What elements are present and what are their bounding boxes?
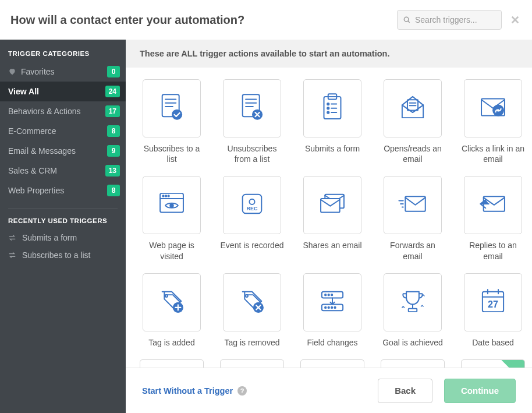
svg-text:REC: REC (246, 206, 258, 211)
svg-line-1 (408, 21, 410, 23)
trigger-tile[interactable] (143, 79, 201, 137)
trigger-tile[interactable] (143, 273, 201, 331)
partial-trigger-tile[interactable] (220, 359, 284, 368)
envelope-forward-icon (396, 187, 430, 223)
trigger-tile[interactable] (303, 79, 361, 137)
trigger-tile[interactable] (223, 79, 281, 137)
trigger-tag-removed[interactable]: Tag is removed (220, 273, 284, 348)
heart-icon (8, 68, 16, 76)
sidebar-divider (8, 209, 118, 209)
partial-trigger-tile[interactable] (140, 359, 204, 368)
trigger-replies-email[interactable]: Replies to an email (461, 176, 525, 261)
svg-point-53 (328, 306, 329, 308)
start-without-label: Start Without a Trigger (142, 386, 233, 396)
trigger-subscribes[interactable]: Subscribes to a list (140, 79, 204, 164)
trigger-tile[interactable] (384, 273, 442, 331)
svg-point-32 (170, 204, 173, 207)
trigger-goal-achieved[interactable]: Goal is achieved (381, 273, 445, 348)
svg-point-52 (325, 306, 326, 308)
trigger-label: Date based (472, 337, 514, 348)
document-check-icon (155, 90, 189, 126)
trigger-label: Subscribes to a list (140, 143, 204, 164)
trigger-forwards-email[interactable]: Forwards an email (381, 176, 445, 261)
partial-trigger-tile[interactable] (300, 359, 364, 368)
svg-point-48 (325, 294, 326, 295)
sidebar-item-sales[interactable]: Sales & CRM 13 (0, 161, 126, 181)
trigger-grid: Subscribes to a list Unsubscribes from a… (140, 79, 525, 348)
sidebar: TRIGGER CATEGORIES Favorites 0 View All … (0, 40, 126, 413)
trigger-tile[interactable] (464, 176, 522, 234)
sidebar-item-behaviors[interactable]: Behaviors & Actions 17 (0, 101, 126, 121)
sidebar-item-email[interactable]: Email & Messages 9 (0, 141, 126, 161)
trigger-label: Replies to an email (461, 240, 525, 261)
trigger-label: Field changes (307, 337, 357, 348)
modal-title: How will a contact enter your automation… (10, 13, 244, 27)
trigger-opens-email[interactable]: Opens/reads an email (381, 79, 445, 164)
sidebar-item-label: E-Commerce (8, 126, 56, 136)
back-button[interactable]: Back (378, 379, 432, 403)
continue-button[interactable]: Continue (444, 379, 516, 403)
trigger-scroll: Subscribes to a list Unsubscribes from a… (126, 68, 532, 368)
envelope-reply-icon (476, 187, 510, 223)
swap-icon (8, 234, 16, 242)
trigger-field-changes[interactable]: Field changes (300, 273, 364, 348)
trigger-shares-email[interactable]: Shares an email (300, 176, 364, 261)
envelope-stack-icon (315, 187, 349, 223)
trigger-label: Goal is achieved (382, 337, 443, 348)
search-wrapper (397, 10, 502, 30)
help-icon[interactable]: ? (237, 386, 247, 396)
recent-item[interactable]: Subscribes to a list (0, 246, 126, 264)
trigger-date-based[interactable]: 27 Date based (461, 273, 525, 348)
trigger-tile[interactable] (384, 176, 442, 234)
start-without-trigger-link[interactable]: Start Without a Trigger ? (142, 386, 247, 396)
sidebar-item-ecommerce[interactable]: E-Commerce 8 (0, 121, 126, 141)
trigger-tile[interactable]: REC (223, 176, 281, 234)
svg-point-49 (328, 294, 329, 295)
svg-point-30 (165, 196, 166, 197)
trigger-clicks-link[interactable]: Clicks a link in an email (461, 79, 525, 164)
trigger-webpage-visited[interactable]: Web page is visited (140, 176, 204, 261)
recent-list: Submits a form Subscribes to a list (0, 229, 126, 264)
sidebar-item-label: Favorites (21, 67, 55, 76)
trigger-tile[interactable] (143, 176, 201, 234)
count-badge: 8 (107, 125, 120, 137)
search-icon (403, 16, 411, 24)
trigger-tile[interactable] (303, 273, 361, 331)
trigger-submits-form[interactable]: Submits a form (300, 79, 364, 164)
footer: Start Without a Trigger ? Back Continue (126, 368, 532, 413)
category-list: Favorites 0 View All 24 Behaviors & Acti… (0, 62, 126, 200)
recent-item[interactable]: Submits a form (0, 229, 126, 246)
trigger-tile[interactable] (223, 273, 281, 331)
svg-point-29 (162, 196, 164, 197)
tag-plus-icon (155, 284, 189, 320)
recent-item-label: Subscribes to a list (22, 250, 91, 260)
field-change-icon (315, 284, 349, 320)
trigger-tile[interactable] (384, 79, 442, 137)
close-button[interactable] (510, 15, 520, 25)
modal-body: TRIGGER CATEGORIES Favorites 0 View All … (0, 40, 532, 413)
partial-trigger-tile[interactable] (381, 359, 445, 368)
browser-eye-icon (155, 187, 189, 223)
trigger-label: Forwards an email (381, 240, 445, 261)
trigger-unsubscribes[interactable]: Unsubscribes from a list (220, 79, 284, 164)
header-right (397, 10, 520, 30)
calendar-icon: 27 (476, 284, 510, 320)
recent-heading: RECENTLY USED TRIGGERS (0, 217, 126, 229)
sidebar-item-view-all[interactable]: View All 24 (0, 82, 126, 101)
trigger-tile[interactable]: 27 (464, 273, 522, 331)
sidebar-item-label: Behaviors & Actions (8, 107, 81, 116)
trigger-tile[interactable] (464, 79, 522, 137)
trigger-label: Shares an email (303, 240, 361, 250)
trigger-tile[interactable] (303, 176, 361, 234)
trigger-event-recorded[interactable]: REC Event is recorded (220, 176, 284, 261)
sidebar-item-label: Email & Messages (8, 146, 76, 156)
partial-trigger-tile[interactable] (461, 359, 525, 368)
trophy-icon (396, 284, 430, 320)
svg-point-55 (334, 306, 335, 308)
search-input[interactable] (397, 10, 502, 30)
sidebar-item-favorites[interactable]: Favorites 0 (0, 62, 126, 82)
swap-icon (8, 251, 16, 259)
sidebar-item-web[interactable]: Web Properties 8 (0, 181, 126, 200)
info-bar: These are ALL trigger actions available … (126, 40, 532, 68)
trigger-tag-added[interactable]: Tag is added (140, 273, 204, 348)
